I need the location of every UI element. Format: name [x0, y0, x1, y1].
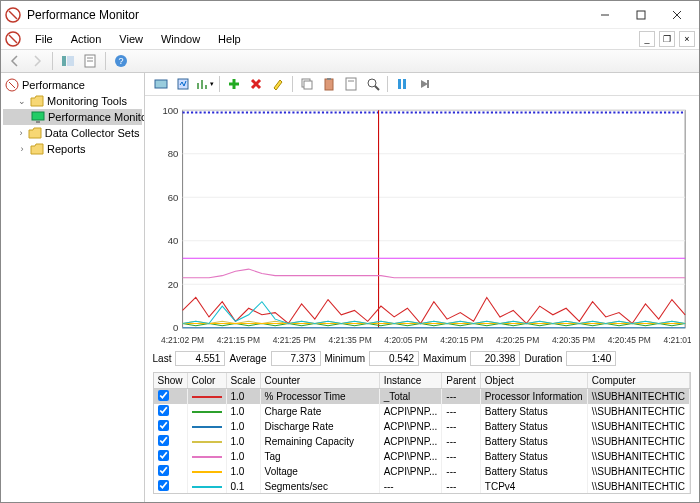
maximum-value: 20.398: [470, 351, 520, 366]
table-row[interactable]: 1.0 Connections Established --- --- TCPv…: [154, 494, 690, 495]
properties-icon-button[interactable]: [341, 74, 361, 94]
col-show[interactable]: Show: [154, 373, 188, 389]
show-checkbox[interactable]: [154, 494, 188, 495]
freeze-display-button[interactable]: [392, 74, 412, 94]
tree-node-performance-monitor[interactable]: Performance Monitor: [3, 109, 142, 125]
update-data-button[interactable]: [414, 74, 434, 94]
copy-properties-button[interactable]: [297, 74, 317, 94]
properties-button[interactable]: [80, 51, 100, 71]
tree-node-performance[interactable]: Performance: [3, 77, 142, 93]
mdi-restore-button[interactable]: ❐: [659, 31, 675, 47]
col-object[interactable]: Object: [480, 373, 587, 389]
color-cell: [187, 464, 226, 479]
show-checkbox[interactable]: [154, 434, 188, 449]
svg-rect-20: [205, 85, 207, 89]
tree-node-data-collector-sets[interactable]: › Data Collector Sets: [3, 125, 142, 141]
show-checkbox[interactable]: [154, 419, 188, 434]
table-row[interactable]: 1.0 Charge Rate ACPI\PNP... --- Battery …: [154, 404, 690, 419]
tree-node-reports[interactable]: › Reports: [3, 141, 142, 157]
add-counter-button[interactable]: [224, 74, 244, 94]
svg-text:4:21:01 PM: 4:21:01 PM: [663, 334, 691, 344]
change-graph-type-button[interactable]: ▾: [195, 74, 215, 94]
folder-icon: [30, 94, 44, 108]
view-log-button[interactable]: [173, 74, 193, 94]
scale-cell: 1.0: [226, 404, 260, 419]
menu-file[interactable]: File: [27, 31, 61, 47]
last-label: Last: [153, 353, 172, 364]
show-checkbox[interactable]: [154, 464, 188, 479]
show-checkbox[interactable]: [154, 479, 188, 494]
back-button[interactable]: [5, 51, 25, 71]
scale-cell: 1.0: [226, 464, 260, 479]
table-row[interactable]: 1.0 Discharge Rate ACPI\PNP... --- Batte…: [154, 419, 690, 434]
svg-rect-16: [155, 80, 167, 88]
object-cell: Battery Status: [480, 404, 587, 419]
object-cell: TCPv4: [480, 494, 587, 495]
counter-header-row[interactable]: Show Color Scale Counter Instance Parent…: [154, 373, 690, 389]
svg-rect-28: [327, 78, 331, 80]
col-color[interactable]: Color: [187, 373, 226, 389]
instance-cell: ACPI\PNP...: [379, 449, 442, 464]
svg-text:?: ?: [118, 56, 123, 66]
counter-cell: % Processor Time: [260, 388, 379, 404]
color-cell: [187, 449, 226, 464]
expand-icon[interactable]: ›: [17, 144, 27, 154]
table-row[interactable]: 1.0 Voltage ACPI\PNP... --- Battery Stat…: [154, 464, 690, 479]
help-button[interactable]: ?: [111, 51, 131, 71]
table-row[interactable]: 1.0 Remaining Capacity ACPI\PNP... --- B…: [154, 434, 690, 449]
expand-icon[interactable]: ⌄: [17, 96, 27, 106]
close-button[interactable]: [659, 3, 695, 27]
counter-cell: Segments/sec: [260, 479, 379, 494]
col-scale[interactable]: Scale: [226, 373, 260, 389]
svg-rect-7: [67, 56, 74, 66]
color-cell: [187, 434, 226, 449]
view-current-button[interactable]: [151, 74, 171, 94]
svg-rect-34: [403, 79, 406, 89]
object-cell: Battery Status: [480, 449, 587, 464]
zoom-button[interactable]: [363, 74, 383, 94]
minimize-button[interactable]: [587, 3, 623, 27]
menu-help[interactable]: Help: [210, 31, 249, 47]
tree-node-monitoring-tools[interactable]: ⌄ Monitoring Tools: [3, 93, 142, 109]
navigation-tree[interactable]: Performance ⌄ Monitoring Tools Performan…: [1, 73, 145, 502]
paste-counter-button[interactable]: [319, 74, 339, 94]
col-instance[interactable]: Instance: [379, 373, 442, 389]
stats-bar: Last 4.551 Average 7.373 Minimum 0.542 M…: [145, 349, 699, 368]
instance-cell: ACPI\PNP...: [379, 464, 442, 479]
forward-button[interactable]: [27, 51, 47, 71]
show-checkbox[interactable]: [154, 404, 188, 419]
computer-cell: \\SUBHANITECHTIC: [587, 479, 689, 494]
duration-value: 1:40: [566, 351, 616, 366]
table-row[interactable]: 0.1 Segments/sec --- --- TCPv4 \\SUBHANI…: [154, 479, 690, 494]
menu-view[interactable]: View: [111, 31, 151, 47]
expand-icon[interactable]: ›: [17, 128, 25, 138]
show-hide-tree-button[interactable]: [58, 51, 78, 71]
svg-text:4:20:25 PM: 4:20:25 PM: [496, 334, 539, 344]
delete-counter-button[interactable]: [246, 74, 266, 94]
svg-rect-15: [36, 121, 40, 123]
mdi-minimize-button[interactable]: _: [639, 31, 655, 47]
svg-rect-29: [346, 78, 356, 90]
col-computer[interactable]: Computer: [587, 373, 689, 389]
menu-window[interactable]: Window: [153, 31, 208, 47]
table-row[interactable]: 1.0 Tag ACPI\PNP... --- Battery Status \…: [154, 449, 690, 464]
svg-rect-6: [62, 56, 66, 66]
show-checkbox[interactable]: [154, 449, 188, 464]
instance-cell: ---: [379, 479, 442, 494]
col-parent[interactable]: Parent: [442, 373, 480, 389]
highlight-button[interactable]: [268, 74, 288, 94]
mdi-close-button[interactable]: ×: [679, 31, 695, 47]
table-row[interactable]: 1.0 % Processor Time _Total --- Processo…: [154, 388, 690, 404]
show-checkbox[interactable]: [154, 388, 188, 404]
counter-cell: Remaining Capacity: [260, 434, 379, 449]
svg-text:80: 80: [167, 148, 178, 159]
menu-action[interactable]: Action: [63, 31, 110, 47]
parent-cell: ---: [442, 449, 480, 464]
counter-list[interactable]: Show Color Scale Counter Instance Parent…: [153, 372, 691, 495]
chart-area[interactable]: 0204060801004:21:02 PM4:21:15 PM4:21:25 …: [145, 96, 699, 349]
object-cell: Processor Information: [480, 388, 587, 404]
maximize-button[interactable]: [623, 3, 659, 27]
col-counter[interactable]: Counter: [260, 373, 379, 389]
minimum-label: Minimum: [325, 353, 366, 364]
parent-cell: ---: [442, 464, 480, 479]
